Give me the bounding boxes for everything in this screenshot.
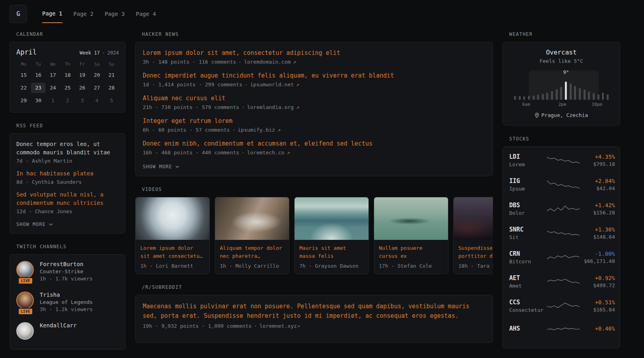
app-logo[interactable]: G [10,5,27,23]
twitch-channel-name[interactable]: Trisha [40,292,93,298]
rss-item-title[interactable]: Donec tempor eros leo, ut commodo mauris… [16,140,119,157]
video-card[interactable]: Suspendisse porttitor diam 18h · Tara Ra… [453,197,493,274]
hn-item[interactable]: Aliquam nec cursus elit 21h · 710 points… [143,94,485,110]
twitch-channel-game: League of Legends [40,299,93,305]
stock-row[interactable]: DBS Dolor +1.42% $156.28 [509,202,613,216]
stock-row[interactable]: CCS Consectetur +0.51% $165.84 [509,299,613,313]
weather-bar [570,84,572,100]
rss-item[interactable]: Sed volutpat nulla nisl, a condimentum n… [16,191,119,214]
video-thumbnail[interactable] [454,197,493,240]
rss-item[interactable]: Donec tempor eros leo, ut commodo mauris… [16,140,119,164]
hn-item[interactable]: Lorem ipsum dolor sit amet, consectetur … [143,49,485,65]
video-card[interactable]: Nullam posuere cursus ex 17h · Stefan Co… [374,197,448,274]
time-label: 6am [522,102,530,107]
hn-item-title[interactable]: Donec enim nibh, condimentum et accumsan… [143,140,485,148]
video-card[interactable]: Lorem ipsum dolor sit amet consectetu… 1… [135,197,210,274]
dot-separator: · [239,59,242,65]
hn-item-title[interactable]: Donec imperdiet augue tincidunt felis al… [143,72,485,80]
stock-row[interactable]: CRN Bitcorn -1.00% $66,171.48 [509,250,613,265]
weather-bar [533,95,535,100]
weekday-label: Fr [75,62,89,67]
hn-item[interactable]: Integer eget rutrum lorem 6h · 60 points… [143,117,485,133]
time-label: 2pm [558,102,566,107]
rss-card: Donec tempor eros leo, ut commodo mauris… [10,133,126,233]
hn-item-domain[interactable]: loremdomain.com [244,59,291,65]
video-card[interactable]: Mauris sit amet massa felis 7h · Grayson… [294,197,369,274]
calendar-week: Week 17 [80,50,100,56]
twitch-channel-viewers: 3h · 1.2k viewers [40,306,93,312]
hn-item-domain[interactable]: ipsumworld.net [250,82,294,88]
video-thumbnail[interactable] [295,197,369,240]
tab-page-2[interactable]: Page 2 [74,5,94,23]
rss-item-title[interactable]: Sed volutpat nulla nisl, a condimentum n… [16,191,119,207]
reddit-post[interactable]: Maecenas mollis pulvinar erat non posuer… [143,302,485,329]
tab-page-4[interactable]: Page 4 [136,5,156,23]
rss-item[interactable]: In hac habitasse platea 8d · Cynthia Sau… [16,169,119,185]
video-title[interactable]: Lorem ipsum dolor sit amet consectetu… [140,244,205,260]
stock-identity: LDI Lorem [509,153,547,167]
hn-item-domain[interactable]: loremtech.co [247,150,284,156]
stock-symbol[interactable]: DBS [509,202,547,209]
video-card[interactable]: Aliquam tempor dolor nec pharetra… 1h · … [215,197,289,274]
stock-symbol[interactable]: AET [509,274,547,282]
hn-item-title[interactable]: Lorem ipsum dolor sit amet, consectetur … [143,49,485,57]
rss-item-title[interactable]: In hac habitasse platea [16,169,119,178]
stock-symbol[interactable]: AHS [509,325,547,332]
video-thumbnail[interactable] [215,197,289,240]
calendar-day: 25 [60,83,75,93]
video-title[interactable]: Suspendisse porttitor diam [458,244,493,260]
rss-show-more-button[interactable]: SHOW MORE [16,222,53,227]
stocks-widget: STOCKS LDI Lorem +4.35% $795.18 [502,136,620,348]
twitch-channel-row[interactable]: LIVE Trisha League of Legends 3h · 1.2k … [16,292,119,312]
video-thumbnail[interactable] [374,197,448,240]
video-title[interactable]: Aliquam tempor dolor nec pharetra… [220,244,284,260]
hn-item[interactable]: Donec imperdiet augue tincidunt felis al… [143,72,485,88]
calendar-card: April Week 17·2024 Mo Tu We Th Fr Sa Su [10,42,126,113]
hn-item-info: 16h · 468 points · 440 comments [143,150,239,156]
weather-bar [597,94,599,100]
time-label: 10pm [592,102,602,107]
twitch-channel-row[interactable]: KendallCarr [16,322,119,340]
hn-item-meta: 3h · 148 points · 116 comments·loremdoma… [143,59,485,65]
reddit-post-domain[interactable]: loremnet.xyz [260,323,297,329]
weekday-label: Th [60,62,75,67]
hn-item[interactable]: Donec enim nibh, condimentum et accumsan… [143,140,485,156]
hn-item-domain[interactable]: loremlandia.org [247,104,293,110]
external-link-icon: ↗ [296,104,299,110]
hn-show-more-button[interactable]: SHOW MORE [143,164,179,169]
dashboard-page: G Page 1 Page 2 Page 3 Page 4 CALENDAR A… [0,5,644,358]
stock-symbol[interactable]: CCS [509,299,547,306]
tab-page-3[interactable]: Page 3 [105,5,125,23]
avatar [16,261,34,278]
video-title[interactable]: Nullam posuere cursus ex [379,244,443,260]
twitch-avatar-wrap: LIVE [16,261,35,282]
tab-page-1[interactable]: Page 1 [42,5,62,23]
twitch-avatar-wrap [16,322,35,340]
hn-item-title[interactable]: Aliquam nec cursus elit [143,94,485,103]
hn-item-title[interactable]: Integer eget rutrum lorem [143,117,485,125]
stock-row[interactable]: AHS +0.46% [509,323,613,335]
live-badge: LIVE [18,308,33,315]
stock-row[interactable]: LDI Lorem +4.35% $795.18 [509,153,613,167]
video-title[interactable]: Mauris sit amet massa felis [299,244,364,260]
twitch-channel-name[interactable]: KendallCarr [40,322,77,329]
stock-symbol[interactable]: SNRC [509,226,547,233]
stock-identity: CCS Consectetur [509,299,547,313]
stock-row[interactable]: SNRC Sit +1.36% $148.64 [509,226,613,240]
reddit-post-title[interactable]: Maecenas mollis pulvinar erat non posuer… [143,302,485,321]
stock-symbol[interactable]: CRN [509,250,547,257]
calendar-day-selected: 23 [31,83,46,93]
hn-item-info: 3h · 148 points · 116 comments [143,59,236,65]
stock-row[interactable]: IIG Ipsum +2.84% $42.04 [509,177,613,192]
calendar-weekday-row: Mo Tu We Th Fr Sa Su [16,62,119,67]
stock-symbol[interactable]: LDI [509,153,547,160]
stock-change: -1.00% [580,251,615,257]
stock-symbol[interactable]: IIG [509,177,547,185]
stock-row[interactable]: AET Amet +0.92% $499.72 [509,274,613,289]
video-thumbnail[interactable] [136,197,209,240]
calendar-week-year: Week 17·2024 [80,50,119,56]
twitch-channel-row[interactable]: LIVE ForrestBurton Counter-Strike 1h · 1… [16,261,119,282]
hn-item-domain[interactable]: ipsumify.biz [238,127,275,133]
weather-widget: WEATHER Overcast Feels like 5°C 9° 6am 2… [502,31,620,126]
twitch-channel-name[interactable]: ForrestBurton [40,261,93,267]
